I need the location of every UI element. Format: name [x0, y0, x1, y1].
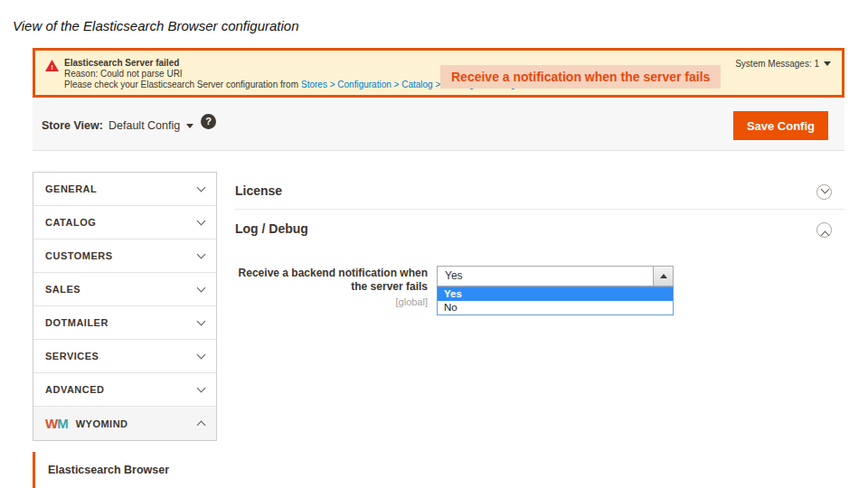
- banner-check-prefix: Please check your Elasticsearch Server c…: [64, 80, 298, 89]
- store-view-value: Default Config: [108, 119, 180, 132]
- chevron-down-icon: [197, 317, 206, 326]
- select-value: Yes: [445, 269, 463, 282]
- chevron-circle-down-icon: [816, 184, 832, 200]
- annotation-highlight: Receive a notification when the server f…: [440, 65, 721, 89]
- select-arrow-button[interactable]: [653, 267, 673, 286]
- sidebar-item-label: CUSTOMERS: [45, 250, 113, 261]
- config-sidebar: GENERAL CATALOG CUSTOMERS SALES DOTMAILE…: [33, 172, 217, 441]
- section-title: Log / Debug: [235, 221, 308, 236]
- chevron-down-icon: [197, 183, 206, 192]
- select-options-list: Yes No: [437, 286, 674, 315]
- system-messages-label: System Messages: 1: [735, 59, 819, 69]
- store-view-switcher[interactable]: Default Config: [108, 119, 193, 132]
- sidebar-item-label: SALES: [45, 284, 80, 295]
- select-option-yes[interactable]: Yes: [438, 287, 673, 301]
- page-toolbar: Store View: Default Config ? Save Config: [33, 99, 844, 151]
- banner-title: Elasticsearch Server failed: [64, 58, 179, 68]
- triangle-up-icon: [660, 274, 667, 278]
- system-messages-banner: ! Elasticsearch Server failed Reason: Co…: [33, 48, 844, 98]
- sidebar-item-sales[interactable]: SALES: [33, 273, 216, 306]
- chevron-circle-up-icon: [816, 222, 832, 238]
- chevron-down-icon: [197, 250, 206, 259]
- chevron-down-icon: [197, 384, 206, 393]
- config-accordion: GENERAL CATALOG CUSTOMERS SALES DOTMAILE…: [33, 172, 217, 441]
- sidebar-item-label: SERVICES: [45, 351, 99, 361]
- wyomind-logo: WM: [45, 416, 68, 431]
- chevron-down-icon: [186, 124, 193, 128]
- sidebar-item-catalog[interactable]: CATALOG: [33, 206, 216, 239]
- sidebar-item-customers[interactable]: CUSTOMERS: [33, 239, 216, 273]
- select-option-no[interactable]: No: [438, 301, 673, 314]
- save-config-button[interactable]: Save Config: [733, 111, 828, 140]
- field-label: Receive a backend notification when the …: [235, 267, 428, 309]
- notification-select[interactable]: Yes: [437, 266, 674, 286]
- caption-title: View of the Elasticsearch Browser config…: [13, 18, 299, 33]
- field-scope: [global]: [235, 296, 428, 309]
- sidebar-item-elasticsearch-browser[interactable]: Elasticsearch Browser: [33, 452, 217, 488]
- chevron-down-icon: [197, 217, 206, 226]
- config-main-panel: License Log / Debug Receive a backend no…: [235, 172, 844, 248]
- sidebar-item-label: WYOMIND: [76, 418, 128, 429]
- sidebar-item-wyomind[interactable]: WM WYOMIND: [33, 407, 216, 440]
- sidebar-item-advanced[interactable]: ADVANCED: [33, 373, 216, 407]
- system-messages-toggle[interactable]: System Messages: 1: [735, 59, 831, 69]
- store-view-label: Store View:: [42, 119, 103, 132]
- sidebar-item-general[interactable]: GENERAL: [33, 173, 216, 206]
- chevron-down-icon: [824, 61, 831, 66]
- banner-reason: Reason: Could not parse URI: [64, 69, 183, 79]
- chevron-up-icon: [197, 420, 206, 429]
- chevron-down-icon: [197, 351, 206, 360]
- sidebar-item-label: GENERAL: [45, 183, 97, 194]
- sidebar-item-label: CATALOG: [45, 217, 96, 228]
- sidebar-item-services[interactable]: SERVICES: [33, 340, 216, 373]
- chevron-down-icon: [197, 284, 206, 293]
- sidebar-item-label: ADVANCED: [45, 384, 105, 395]
- section-header-license[interactable]: License: [235, 172, 844, 210]
- help-icon[interactable]: ?: [201, 114, 216, 129]
- section-title: License: [235, 183, 282, 198]
- warning-icon: !: [45, 60, 59, 71]
- section-header-log-debug[interactable]: Log / Debug: [235, 210, 844, 248]
- sidebar-item-label: DOTMAILER: [45, 317, 108, 328]
- sidebar-item-dotmailer[interactable]: DOTMAILER: [33, 306, 216, 340]
